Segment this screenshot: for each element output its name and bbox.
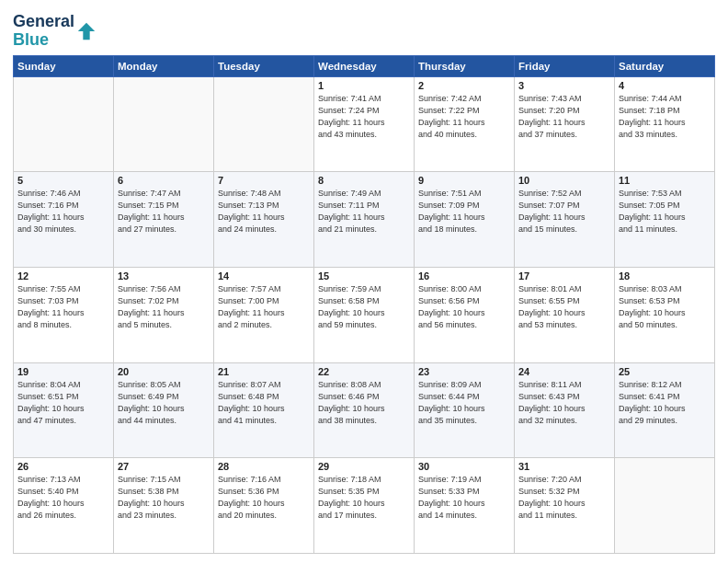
day-info: Sunrise: 7:52 AM Sunset: 7:07 PM Dayligh…	[518, 188, 610, 236]
day-info: Sunrise: 7:15 AM Sunset: 5:38 PM Dayligh…	[118, 474, 210, 522]
calendar-cell: 27Sunrise: 7:15 AM Sunset: 5:38 PM Dayli…	[114, 458, 214, 554]
day-number: 27	[118, 461, 210, 472]
calendar-cell: 11Sunrise: 7:53 AM Sunset: 7:05 PM Dayli…	[615, 172, 715, 268]
calendar-cell: 1Sunrise: 7:41 AM Sunset: 7:24 PM Daylig…	[314, 76, 415, 172]
day-info: Sunrise: 7:53 AM Sunset: 7:05 PM Dayligh…	[619, 188, 711, 236]
calendar-week-row: 5Sunrise: 7:46 AM Sunset: 7:16 PM Daylig…	[14, 172, 715, 268]
day-info: Sunrise: 8:09 AM Sunset: 6:44 PM Dayligh…	[418, 379, 510, 427]
day-info: Sunrise: 8:12 AM Sunset: 6:41 PM Dayligh…	[619, 379, 711, 427]
day-info: Sunrise: 8:00 AM Sunset: 6:56 PM Dayligh…	[418, 283, 510, 331]
day-info: Sunrise: 8:05 AM Sunset: 6:49 PM Dayligh…	[118, 379, 210, 427]
day-info: Sunrise: 7:20 AM Sunset: 5:32 PM Dayligh…	[518, 474, 610, 522]
calendar-cell: 25Sunrise: 8:12 AM Sunset: 6:41 PM Dayli…	[615, 362, 715, 458]
day-info: Sunrise: 7:43 AM Sunset: 7:20 PM Dayligh…	[518, 93, 610, 141]
weekday-header-cell: Monday	[114, 55, 214, 76]
svg-marker-0	[78, 23, 95, 40]
day-number: 14	[218, 270, 310, 282]
day-info: Sunrise: 8:04 AM Sunset: 6:51 PM Dayligh…	[17, 379, 109, 427]
day-info: Sunrise: 7:59 AM Sunset: 6:58 PM Dayligh…	[318, 283, 410, 331]
day-number: 16	[418, 270, 510, 282]
calendar-cell: 31Sunrise: 7:20 AM Sunset: 5:32 PM Dayli…	[515, 458, 615, 554]
calendar-cell: 7Sunrise: 7:48 AM Sunset: 7:13 PM Daylig…	[214, 172, 314, 268]
calendar-cell	[615, 458, 715, 554]
weekday-header-cell: Thursday	[415, 55, 515, 76]
logo-icon	[76, 21, 97, 41]
calendar-cell: 12Sunrise: 7:55 AM Sunset: 7:03 PM Dayli…	[14, 267, 114, 362]
calendar-week-row: 12Sunrise: 7:55 AM Sunset: 7:03 PM Dayli…	[14, 267, 715, 362]
day-number: 31	[518, 461, 610, 472]
day-info: Sunrise: 7:13 AM Sunset: 5:40 PM Dayligh…	[17, 474, 109, 522]
weekday-header-cell: Saturday	[615, 55, 715, 76]
calendar-week-row: 26Sunrise: 7:13 AM Sunset: 5:40 PM Dayli…	[14, 458, 715, 554]
calendar-cell: 28Sunrise: 7:16 AM Sunset: 5:36 PM Dayli…	[214, 458, 314, 554]
calendar-cell: 9Sunrise: 7:51 AM Sunset: 7:09 PM Daylig…	[415, 172, 515, 268]
day-info: Sunrise: 7:16 AM Sunset: 5:36 PM Dayligh…	[218, 474, 310, 522]
page: GeneralBlue SundayMondayTuesdayWednesday…	[0, 0, 728, 563]
calendar-cell: 29Sunrise: 7:18 AM Sunset: 5:35 PM Dayli…	[314, 458, 415, 554]
calendar-table: SundayMondayTuesdayWednesdayThursdayFrid…	[13, 55, 715, 554]
day-number: 19	[17, 366, 109, 377]
day-number: 26	[17, 461, 109, 472]
day-number: 1	[318, 80, 410, 91]
day-number: 17	[518, 270, 610, 282]
day-number: 4	[619, 80, 711, 91]
day-info: Sunrise: 8:08 AM Sunset: 6:46 PM Dayligh…	[318, 379, 410, 427]
calendar-cell: 30Sunrise: 7:19 AM Sunset: 5:33 PM Dayli…	[415, 458, 515, 554]
day-info: Sunrise: 8:11 AM Sunset: 6:43 PM Dayligh…	[518, 379, 610, 427]
calendar-cell: 10Sunrise: 7:52 AM Sunset: 7:07 PM Dayli…	[515, 172, 615, 268]
logo-text: GeneralBlue	[13, 13, 74, 50]
calendar-cell: 5Sunrise: 7:46 AM Sunset: 7:16 PM Daylig…	[14, 172, 114, 268]
day-number: 13	[118, 270, 210, 282]
calendar-cell: 18Sunrise: 8:03 AM Sunset: 6:53 PM Dayli…	[615, 267, 715, 362]
day-number: 7	[218, 175, 310, 186]
day-number: 25	[619, 366, 711, 377]
weekday-header-row: SundayMondayTuesdayWednesdayThursdayFrid…	[14, 55, 715, 76]
calendar-cell	[114, 76, 214, 172]
calendar-body: 1Sunrise: 7:41 AM Sunset: 7:24 PM Daylig…	[14, 76, 715, 553]
day-info: Sunrise: 8:07 AM Sunset: 6:48 PM Dayligh…	[218, 379, 310, 427]
calendar-cell: 8Sunrise: 7:49 AM Sunset: 7:11 PM Daylig…	[314, 172, 415, 268]
day-number: 11	[619, 175, 711, 186]
calendar-cell: 2Sunrise: 7:42 AM Sunset: 7:22 PM Daylig…	[415, 76, 515, 172]
day-number: 22	[318, 366, 410, 377]
day-info: Sunrise: 8:01 AM Sunset: 6:55 PM Dayligh…	[518, 283, 610, 331]
day-number: 2	[418, 80, 510, 91]
calendar-cell: 15Sunrise: 7:59 AM Sunset: 6:58 PM Dayli…	[314, 267, 415, 362]
calendar-cell: 20Sunrise: 8:05 AM Sunset: 6:49 PM Dayli…	[114, 362, 214, 458]
day-number: 21	[218, 366, 310, 377]
weekday-header-cell: Sunday	[14, 55, 114, 76]
weekday-header-cell: Friday	[515, 55, 615, 76]
calendar-cell: 22Sunrise: 8:08 AM Sunset: 6:46 PM Dayli…	[314, 362, 415, 458]
calendar-cell: 4Sunrise: 7:44 AM Sunset: 7:18 PM Daylig…	[615, 76, 715, 172]
calendar-week-row: 19Sunrise: 8:04 AM Sunset: 6:51 PM Dayli…	[14, 362, 715, 458]
day-number: 23	[418, 366, 510, 377]
day-number: 28	[218, 461, 310, 472]
day-number: 12	[17, 270, 109, 282]
weekday-header-cell: Tuesday	[214, 55, 314, 76]
day-info: Sunrise: 7:56 AM Sunset: 7:02 PM Dayligh…	[118, 283, 210, 331]
calendar-cell: 13Sunrise: 7:56 AM Sunset: 7:02 PM Dayli…	[114, 267, 214, 362]
day-number: 20	[118, 366, 210, 377]
calendar-cell	[14, 76, 114, 172]
day-number: 3	[518, 80, 610, 91]
calendar-cell: 3Sunrise: 7:43 AM Sunset: 7:20 PM Daylig…	[515, 76, 615, 172]
day-info: Sunrise: 7:44 AM Sunset: 7:18 PM Dayligh…	[619, 93, 711, 141]
day-number: 10	[518, 175, 610, 186]
day-info: Sunrise: 7:48 AM Sunset: 7:13 PM Dayligh…	[218, 188, 310, 236]
calendar-cell: 26Sunrise: 7:13 AM Sunset: 5:40 PM Dayli…	[14, 458, 114, 554]
calendar-cell: 24Sunrise: 8:11 AM Sunset: 6:43 PM Dayli…	[515, 362, 615, 458]
day-info: Sunrise: 7:19 AM Sunset: 5:33 PM Dayligh…	[418, 474, 510, 522]
day-info: Sunrise: 7:42 AM Sunset: 7:22 PM Dayligh…	[418, 93, 510, 141]
calendar-cell: 17Sunrise: 8:01 AM Sunset: 6:55 PM Dayli…	[515, 267, 615, 362]
day-info: Sunrise: 7:55 AM Sunset: 7:03 PM Dayligh…	[17, 283, 109, 331]
day-number: 29	[318, 461, 410, 472]
calendar-cell: 23Sunrise: 8:09 AM Sunset: 6:44 PM Dayli…	[415, 362, 515, 458]
day-number: 18	[619, 270, 711, 282]
day-info: Sunrise: 8:03 AM Sunset: 6:53 PM Dayligh…	[619, 283, 711, 331]
day-number: 6	[118, 175, 210, 186]
day-number: 30	[418, 461, 510, 472]
calendar-cell: 19Sunrise: 8:04 AM Sunset: 6:51 PM Dayli…	[14, 362, 114, 458]
day-number: 15	[318, 270, 410, 282]
day-info: Sunrise: 7:18 AM Sunset: 5:35 PM Dayligh…	[318, 474, 410, 522]
day-info: Sunrise: 7:41 AM Sunset: 7:24 PM Dayligh…	[318, 93, 410, 141]
